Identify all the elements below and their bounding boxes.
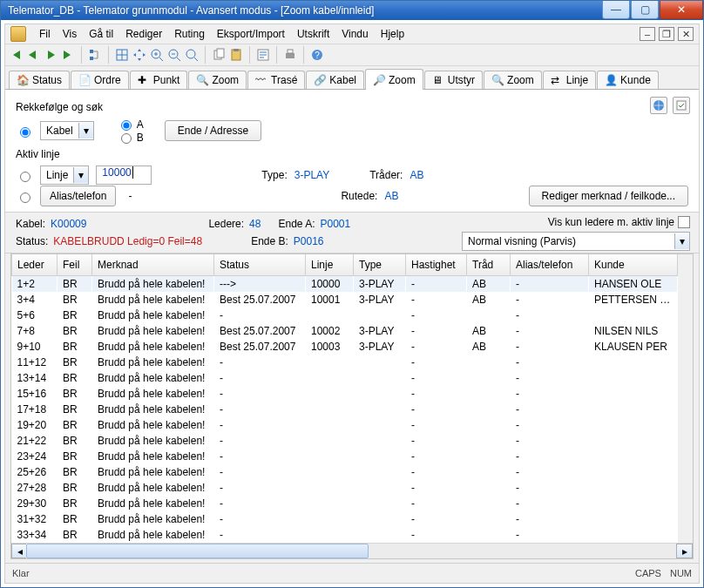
table-row[interactable]: 21+22BRBrudd på hele kabelen!--- [12,433,678,449]
radio-b[interactable] [121,133,132,144]
alias-button[interactable]: Alias/telefon [40,186,116,206]
chevron-down-icon[interactable]: ▾ [73,167,88,183]
horizontal-scrollbar[interactable]: ◂ ▸ [11,543,693,558]
menu-eksportimport[interactable]: Eksport/Import [211,26,291,42]
tab-zoom-8[interactable]: 🔍Zoom [484,71,542,89]
menu-vindu[interactable]: Vindu [335,26,374,42]
cell-linje: 10003 [306,339,354,355]
first-icon[interactable] [9,48,23,62]
cell-status: - [214,496,306,511]
move-icon[interactable] [132,48,146,62]
table-row[interactable]: 23+24BRBrudd på hele kabelen!--- [12,449,678,464]
col-linje[interactable]: Linje [306,254,354,276]
zoom-in-icon[interactable] [150,48,164,62]
col-type[interactable]: Type [354,254,406,276]
zoom-fit-icon[interactable] [185,48,199,62]
tab-zoom-3[interactable]: 🔍Zoom [188,71,247,89]
tree-icon[interactable] [88,48,102,62]
vertical-scrollbar[interactable] [678,254,693,543]
table-row[interactable]: 17+18BRBrudd på hele kabelen!--- [12,402,678,417]
cell-hastighet: - [406,464,467,480]
globe-icon[interactable] [650,97,667,114]
col-status[interactable]: Status [214,254,306,276]
tab-linje-9[interactable]: ⇄Linje [543,71,596,89]
tab-trasé-4[interactable]: 〰Trasé [247,71,305,89]
cell-feil: BR [58,496,92,511]
col-leder[interactable]: Leder [12,254,58,276]
cell-merknad: Brudd på hele kabelen! [92,511,214,527]
table-row[interactable]: 9+10BRBrudd på hele kabelen!Best 25.07.2… [12,339,678,355]
paste-icon[interactable] [229,48,243,62]
minimize-button[interactable]: — [602,1,630,19]
mdi-restore-button[interactable]: ❐ [659,27,674,41]
alias-radio[interactable] [20,193,30,203]
radio-a[interactable] [121,120,132,131]
cell-kunde [589,480,678,496]
table-row[interactable]: 33+34BRBrudd på hele kabelen!--- [12,527,678,543]
table-row[interactable]: 31+32BRBrudd på hele kabelen!--- [12,511,678,527]
tab-kunde-10[interactable]: 👤Kunde [597,71,659,89]
menu-fil[interactable]: Fil [33,26,57,42]
close-button[interactable]: ✕ [660,1,703,19]
table-row[interactable]: 13+14BRBrudd på hele kabelen!--- [12,370,678,386]
col-feil[interactable]: Feil [58,254,92,276]
menu-utskrift[interactable]: Utskrift [291,26,335,42]
linje-radio[interactable] [20,172,30,182]
rediger-merknad-button[interactable]: Rediger merknad / feilkode... [529,186,688,206]
grid-icon[interactable] [115,48,129,62]
linje-input[interactable]: 10000 [96,166,152,185]
ende-adresse-button[interactable]: Ende / Adresse [165,120,261,141]
tab-utstyr-7[interactable]: 🖥Utstyr [424,71,483,89]
cell-status: - [214,417,306,433]
tab-punkt-2[interactable]: ✚Punkt [130,71,188,89]
table-row[interactable]: 27+28BRBrudd på hele kabelen!--- [12,480,678,496]
table-row[interactable]: 29+30BRBrudd på hele kabelen!--- [12,496,678,511]
cell-leder: 7+8 [12,323,58,339]
cell-status: Best 25.07.2007 [214,292,306,308]
menu-hjelp[interactable]: Hjelp [375,26,410,42]
tab-status-0[interactable]: 🏠Status [9,71,70,89]
help-icon[interactable]: ? [310,48,324,62]
col-trd[interactable]: Tråd [467,254,511,276]
last-icon[interactable] [61,48,75,62]
cell-linje: 10001 [306,292,354,308]
menu-gtil[interactable]: Gå til [83,26,119,42]
menu-vis[interactable]: Vis [57,26,83,42]
table-row[interactable]: 7+8BRBrudd på hele kabelen!Best 25.07.20… [12,323,678,339]
visning-combo[interactable]: Normal visning (Parvis) ▾ [462,232,690,251]
kabel-select[interactable]: Kabel ▾ [40,121,94,140]
col-aliastelefon[interactable]: Alias/telefon [511,254,589,276]
copy-icon[interactable] [212,48,226,62]
print-icon[interactable] [283,48,297,62]
next-icon[interactable] [44,48,58,62]
chevron-down-icon[interactable]: ▾ [78,123,93,139]
col-merknad[interactable]: Merknad [92,254,214,276]
linje-select[interactable]: Linje ▾ [40,166,89,185]
table-row[interactable]: 5+6BRBrudd på hele kabelen!--- [12,308,678,323]
tab-zoom-6[interactable]: 🔎Zoom [365,69,423,89]
viskun-checkbox[interactable] [678,216,690,228]
mdi-close-button[interactable]: ✕ [678,27,694,41]
scroll-right-icon[interactable]: ▸ [676,544,693,558]
table-row[interactable]: 3+4BRBrudd på hele kabelen!Best 25.07.20… [12,292,678,308]
table-row[interactable]: 15+16BRBrudd på hele kabelen!--- [12,386,678,402]
prev-icon[interactable] [26,48,40,62]
col-kunde[interactable]: Kunde [589,254,678,276]
col-hastighet[interactable]: Hastighet [406,254,467,276]
kabel-radio[interactable] [20,127,30,138]
table-row[interactable]: 11+12BRBrudd på hele kabelen!--- [12,355,678,370]
menu-rediger[interactable]: Rediger [119,26,168,42]
chevron-down-icon[interactable]: ▾ [674,233,689,249]
mdi-minimize-button[interactable]: – [640,27,655,41]
tab-kabel-5[interactable]: 🔗Kabel [306,71,364,89]
maximize-button[interactable]: ▢ [631,1,659,19]
table-row[interactable]: 1+2BRBrudd på hele kabelen!--->100003-PL… [12,276,678,293]
form-icon[interactable] [256,48,270,62]
tab-ordre-1[interactable]: 📄Ordre [71,71,129,89]
titlebar[interactable]: Telemator_DB - Telemator grunnmodul - Av… [1,1,703,20]
menu-ruting[interactable]: Ruting [168,26,211,42]
table-row[interactable]: 19+20BRBrudd på hele kabelen!--- [12,417,678,433]
table-row[interactable]: 25+26BRBrudd på hele kabelen!--- [12,464,678,480]
zoom-out-icon[interactable] [167,48,181,62]
checklist-icon[interactable] [673,97,690,114]
